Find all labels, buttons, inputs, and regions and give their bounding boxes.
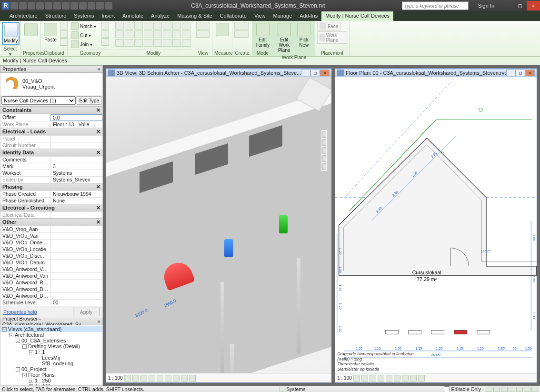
vs-icon-6[interactable] (165, 375, 171, 382)
view-3d-window[interactable]: 3D View: 3D Schuin Achter - C3A_cursuslo… (106, 68, 332, 383)
sb-icon-4[interactable] (509, 387, 515, 392)
view-tool-2[interactable] (196, 30, 210, 38)
project-browser-header[interactable]: Project Browser - C3A_cursuslokaal_Works… (0, 318, 103, 325)
modify-tool-3[interactable] (134, 22, 143, 30)
vps-icon-4[interactable] (378, 375, 384, 382)
join-button[interactable]: Join ▾ (70, 40, 98, 49)
geom-extra1-icon[interactable] (101, 22, 109, 30)
app-menu-icon[interactable]: R (2, 2, 10, 10)
prop-row[interactable]: V&O_Antwoord_Van (0, 272, 102, 279)
marker-blue[interactable] (224, 239, 233, 257)
pick-new-button[interactable]: Pick New (295, 22, 313, 49)
category-selector[interactable]: Nurse Call Devices (1) (1, 96, 76, 105)
properties-palette-header[interactable]: Properties× (0, 65, 103, 73)
prop-row[interactable]: V&O_VrOp_Discipline (0, 252, 102, 259)
prop-row[interactable]: V&O_VrOp_Locatie (0, 246, 102, 252)
tree-item[interactable]: +1 : 250 (0, 378, 102, 383)
tab-view[interactable]: View (250, 11, 270, 21)
apply-button[interactable]: Apply (73, 308, 100, 316)
modify-tool-15[interactable] (172, 30, 181, 38)
cut-clipboard-icon[interactable] (60, 22, 68, 30)
cut-button[interactable]: Cut ▾ (70, 31, 98, 40)
sb-icon-7[interactable] (531, 387, 538, 392)
tab-annotate[interactable]: Annotate (119, 11, 147, 21)
marker-green[interactable] (279, 215, 288, 233)
modify-tool-17[interactable] (115, 39, 124, 47)
active-workset[interactable]: Systems (286, 386, 305, 392)
qat-extra1-icon[interactable] (79, 2, 87, 10)
sb-icon-2[interactable] (493, 387, 500, 392)
vps-icon-6[interactable] (394, 375, 400, 382)
view-plan-max-button[interactable]: □ (516, 70, 525, 76)
view-plan-window[interactable]: Floor Plan: 00 - C3A_cursuslokaal_Worksh… (335, 68, 537, 383)
edit-family-button[interactable]: Edit Family (254, 22, 271, 49)
vs-icon-3[interactable] (140, 375, 147, 382)
prop-row[interactable]: Phase CreatedNieuwbouw 1994 (0, 191, 102, 197)
prop-row[interactable]: Schedule Level00 (0, 299, 102, 306)
prop-row[interactable]: V&O_Antwoord_Discipl... (0, 286, 102, 292)
vps-icon-2[interactable] (361, 375, 368, 382)
modify-tool-22[interactable] (163, 39, 171, 47)
tree-item[interactable]: -Floor Plans (0, 372, 102, 378)
family-selector[interactable]: 00_V&O Vraag_Urgent (0, 73, 103, 95)
tree-item[interactable]: -00_C3A_Extensies (0, 338, 102, 343)
prop-row[interactable]: V&O_Antwoord_Vervol... (0, 266, 102, 272)
view-3d-canvas[interactable]: 3100.0 1550.0 (106, 77, 331, 373)
properties-button[interactable] (23, 22, 39, 38)
modify-tool-16[interactable] (182, 30, 190, 38)
qat-redo-icon[interactable] (36, 2, 44, 10)
qat-extra3-icon[interactable] (96, 2, 104, 10)
create-tool-2[interactable] (234, 30, 249, 38)
modify-tool-8[interactable] (182, 22, 190, 30)
panel-label-select[interactable]: Select ▾ (2, 45, 19, 57)
measure-button[interactable] (214, 22, 230, 37)
sb-icon-5[interactable] (516, 387, 523, 392)
view-3d-scale[interactable]: 1 : 100 (108, 375, 123, 381)
vs-icon-5[interactable] (157, 375, 163, 382)
prop-group-phasing[interactable]: Phasing✕ (0, 183, 102, 191)
modify-tool-10[interactable] (125, 30, 133, 38)
editable-only-checkbox[interactable] (444, 386, 450, 392)
tree-item[interactable]: -1 : 1 (0, 349, 102, 355)
tab-analyze[interactable]: Analyze (147, 11, 173, 21)
match-icon[interactable] (60, 38, 68, 46)
vps-icon-3[interactable] (370, 375, 376, 382)
qat-sync-icon[interactable] (53, 2, 61, 10)
prop-row[interactable]: Comments (0, 156, 102, 163)
prop-group-constraints[interactable]: Constraints✕ (0, 106, 102, 114)
prop-row[interactable]: V&O_VrOp_Datum (0, 259, 102, 266)
create-tool-1[interactable] (234, 22, 249, 30)
prop-row[interactable]: Work PlaneFloor : 13-_Volle_Grond_... (0, 121, 102, 128)
modify-tool-13[interactable] (153, 30, 162, 38)
qat-print-icon[interactable] (45, 2, 52, 10)
modify-tool-20[interactable] (144, 39, 152, 47)
properties-grid[interactable]: Constraints✕Offset0.0Work PlaneFloor : 1… (0, 106, 103, 306)
nav-bar[interactable] (321, 130, 328, 171)
tab-structure[interactable]: Structure (41, 11, 70, 21)
sign-in-link[interactable]: Sign In (478, 3, 494, 9)
workset-icon[interactable] (280, 387, 286, 392)
tree-item[interactable]: -Views (c3a_standaard) (0, 326, 102, 332)
vs-icon-8[interactable] (181, 375, 188, 382)
edit-type-button[interactable]: Edit Type (77, 96, 101, 105)
prop-row[interactable]: Circuit Number (0, 142, 102, 149)
qat-measure-icon[interactable] (62, 2, 70, 10)
view-plan-scale[interactable]: 1 : 100 (337, 375, 352, 381)
prop-group-electrical-loads[interactable]: Electrical - Loads✕ (0, 128, 102, 135)
prop-group-other[interactable]: Other✕ (0, 218, 102, 226)
vs-icon-1[interactable] (124, 375, 131, 382)
modify-tool-2[interactable] (125, 22, 133, 30)
sb-icon-6[interactable] (524, 387, 530, 392)
prop-row[interactable]: V&O_Vrop_Aan (0, 226, 102, 232)
editable-only-toggle[interactable]: Editable Only (444, 386, 481, 392)
modify-tool-19[interactable] (134, 39, 143, 47)
close-browser-icon[interactable]: × (98, 319, 100, 324)
prop-group-identity-data[interactable]: Identity Data✕ (0, 149, 102, 156)
tree-item[interactable]: SfB_codering (0, 361, 102, 366)
tab-collaborate[interactable]: Collaborate (216, 11, 250, 21)
close-button[interactable]: ✕ (527, 1, 540, 10)
tab-manage[interactable]: Manage (270, 11, 296, 21)
qat-save-icon[interactable] (19, 2, 27, 10)
modify-tool-4[interactable] (144, 22, 152, 30)
vs-icon-2[interactable] (132, 375, 139, 382)
